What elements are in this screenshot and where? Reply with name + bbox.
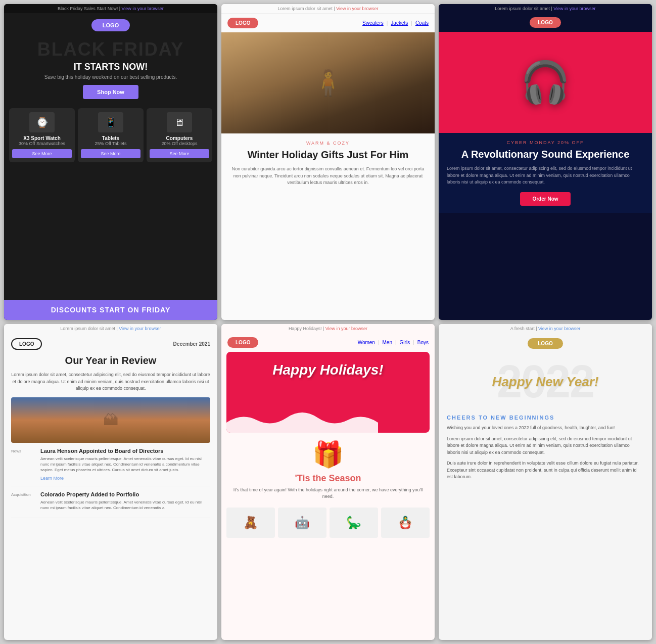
nav-5: LOGO Women | Men | Girls | Boys bbox=[221, 333, 435, 352]
card-new-year: A fresh start | View in your browser LOG… bbox=[439, 324, 652, 640]
nav-coats[interactable]: Coats bbox=[415, 20, 429, 26]
products-grid: ⌚ X3 Sport Watch 30% Off Smartwatches Se… bbox=[4, 108, 217, 167]
tablet-name: Tablets bbox=[81, 135, 140, 141]
landscape-image: 🏔 bbox=[11, 397, 210, 443]
topbar-4: Lorem ipsum dolor sit amet | View in you… bbox=[4, 324, 217, 333]
cyber-label: CYBER MONDAY 20% OFF bbox=[447, 140, 644, 145]
topbar-1: Black Friday Sales Start Now! | View in … bbox=[4, 4, 217, 13]
header-4: LOGO December 2021 bbox=[4, 333, 217, 355]
view-browser-link-6[interactable]: View in your browser bbox=[538, 326, 580, 331]
view-browser-link-2[interactable]: View in your browser bbox=[336, 6, 378, 11]
happy-new-year-text: Happy New Year! bbox=[492, 374, 599, 390]
topbar-5: Happy Holidays! | View in your browser bbox=[221, 324, 435, 333]
news-content-2: Colorado Property Added to Portfolio Aen… bbox=[40, 491, 210, 513]
headphones-icon: 🎧 bbox=[520, 59, 571, 106]
gift-icon: 🎁 bbox=[312, 440, 344, 469]
hero-banner-5: Happy Holidays! bbox=[226, 352, 430, 433]
view-browser-link-4[interactable]: View in your browser bbox=[119, 326, 161, 331]
footer-banner-1: DISCOUNTS START ON FRIDAY bbox=[4, 300, 217, 320]
news-title-2: Colorado Property Added to Portfolio bbox=[40, 491, 210, 497]
card-black-friday: Black Friday Sales Start Now! | View in … bbox=[4, 4, 217, 320]
product-tablet: 📱 Tablets 25% Off Tablets See More bbox=[78, 108, 144, 162]
toy-robot: 🤖 bbox=[278, 508, 326, 538]
winter-body: Non curabitur gravida arcu ac tortor dig… bbox=[229, 166, 427, 187]
nav-jackets[interactable]: Jackets bbox=[391, 20, 408, 26]
news-item-1: News Laura Henson Appointed to Board of … bbox=[11, 448, 210, 487]
card-happy-holidays: Happy Holidays! | View in your browser L… bbox=[221, 324, 435, 640]
cheers-section: CHEERS TO NEW BEGINNINGS Wishing you and… bbox=[439, 409, 652, 490]
toy-dino: 🦕 bbox=[330, 508, 378, 538]
watch-sub: 30% Off Smartwatches bbox=[12, 141, 72, 146]
mountain-icon: 🏔 bbox=[103, 411, 118, 429]
nav-2: LOGO Sweaters | Jackets | Coats bbox=[221, 14, 435, 32]
view-browser-link-1[interactable]: View in your browser bbox=[122, 6, 164, 11]
nav-boys[interactable]: Boys bbox=[417, 340, 429, 345]
hero-person-icon: 🧍 bbox=[312, 68, 344, 98]
review-body: Lorem ipsum dolor sit amet, consectetur … bbox=[11, 372, 210, 392]
card-winter-holiday: Lorem ipsum dolor sit amet | View in you… bbox=[221, 4, 435, 320]
news-text-1: Aenean velit scelerisque mauris pellente… bbox=[40, 456, 210, 473]
season-title: 'Tis the Season bbox=[221, 473, 435, 484]
news-text-2: Aenean velit scelerisque mauris pellente… bbox=[40, 499, 210, 511]
hero-area-3: 🎧 bbox=[439, 32, 652, 133]
nav-6: LOGO bbox=[439, 333, 652, 354]
winter-title: Winter Holiday Gifts Just For Him bbox=[229, 149, 427, 161]
subtitle-text: Save big this holiday weekend on our bes… bbox=[14, 74, 207, 80]
review-title: Our Year in Review bbox=[11, 355, 210, 366]
tablet-icon: 📱 bbox=[98, 112, 123, 132]
date-label: December 2021 bbox=[173, 341, 210, 347]
cyber-title: A Revolutionary Sound Experience bbox=[447, 148, 644, 160]
product-watch: ⌚ X3 Sport Watch 30% Off Smartwatches Se… bbox=[9, 108, 75, 162]
watch-see-more-button[interactable]: See More bbox=[12, 149, 72, 158]
logo-button-1[interactable]: LOGO bbox=[91, 19, 130, 31]
black-friday-title: BLACK FRIDAY bbox=[14, 40, 207, 59]
hero-text-1: BLACK FRIDAY IT STARTS NOW! Save big thi… bbox=[4, 35, 217, 108]
watch-name: X3 Sport Watch bbox=[12, 135, 72, 141]
product-computer: 🖥 Computers 20% Off desktops See More bbox=[147, 108, 212, 162]
cyber-body: Lorem ipsum dolor sit amet, consectetur … bbox=[447, 165, 644, 186]
nav-logo-2: LOGO bbox=[227, 18, 258, 28]
cheers-body2: Duis aute irure dolor in reprehenderit i… bbox=[447, 460, 644, 481]
logo-area-1: LOGO bbox=[4, 13, 217, 35]
content-3: CYBER MONDAY 20% OFF A Revolutionary Sou… bbox=[439, 133, 652, 213]
hero-image-2: 🧍 bbox=[221, 32, 435, 133]
nav-links-2: Sweaters | Jackets | Coats bbox=[362, 20, 429, 26]
gift-section: 🎁 bbox=[221, 433, 435, 473]
topbar-6: A fresh start | View in your browser bbox=[439, 324, 652, 333]
nav-3: LOGO bbox=[439, 13, 652, 32]
logo-pill-4: LOGO bbox=[11, 338, 42, 350]
learn-more-link-1[interactable]: Learn More bbox=[40, 476, 64, 481]
news-item-2: Acquisition Colorado Property Added to P… bbox=[11, 491, 210, 518]
cheers-body1: Lorem ipsum dolor sit amet, consectetur … bbox=[447, 436, 644, 456]
news-cat-1: News bbox=[11, 448, 36, 481]
news-cat-2: Acquisition bbox=[11, 491, 36, 513]
nav-logo-3: LOGO bbox=[530, 17, 560, 28]
content-4: Our Year in Review Lorem ipsum dolor sit… bbox=[4, 355, 217, 528]
cheers-intro: Wishing you and your loved ones a 2022 f… bbox=[447, 425, 644, 432]
starts-now-text: IT STARTS NOW! bbox=[14, 62, 207, 72]
card-year-review: Lorem ipsum dolor sit amet | View in you… bbox=[4, 324, 217, 640]
topbar-3: Lorem ipsum dolor sit amet | View in you… bbox=[439, 4, 652, 13]
season-text: It's that time of year again! With the h… bbox=[221, 487, 435, 504]
nav-women[interactable]: Women bbox=[358, 340, 375, 345]
cheers-title: CHEERS TO NEW BEGINNINGS bbox=[447, 415, 644, 421]
nav-girls[interactable]: Girls bbox=[400, 340, 410, 345]
view-browser-link-3[interactable]: View in your browser bbox=[553, 6, 595, 11]
order-now-button[interactable]: Order Now bbox=[520, 192, 570, 206]
nav-men[interactable]: Men bbox=[383, 340, 392, 345]
computer-name: Computers bbox=[150, 135, 209, 141]
view-browser-link-5[interactable]: View in your browser bbox=[325, 326, 367, 331]
tablet-see-more-button[interactable]: See More bbox=[81, 149, 140, 158]
year-background: 2022 Happy New Year! bbox=[439, 354, 652, 409]
tablet-sub: 25% Off Tablets bbox=[81, 141, 140, 146]
nav-links-5: Women | Men | Girls | Boys bbox=[358, 340, 429, 345]
nav-logo-6: LOGO bbox=[528, 338, 563, 349]
computer-sub: 20% Off desktops bbox=[150, 141, 209, 146]
computer-icon: 🖥 bbox=[167, 112, 192, 132]
shop-now-button[interactable]: Shop Now bbox=[83, 85, 138, 99]
content-2: WARM & COZY Winter Holiday Gifts Just Fo… bbox=[221, 133, 435, 194]
topbar-2: Lorem ipsum dolor sit amet | View in you… bbox=[221, 4, 435, 14]
nav-sweaters[interactable]: Sweaters bbox=[362, 20, 384, 26]
nav-logo-5: LOGO bbox=[227, 337, 258, 348]
computer-see-more-button[interactable]: See More bbox=[150, 149, 209, 158]
